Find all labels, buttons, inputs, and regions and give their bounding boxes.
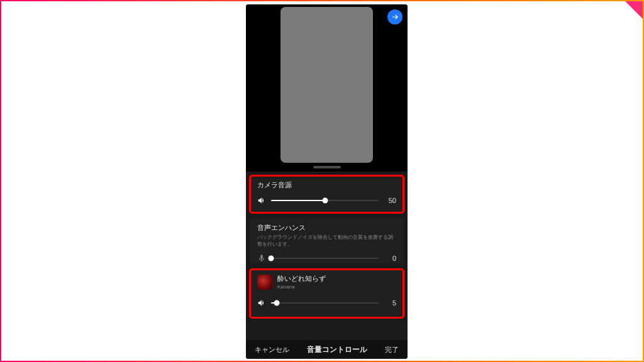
voice-enhance-title: 音声エンハンス [257, 223, 396, 233]
music-artist: Kanaria [277, 284, 326, 290]
sheet-grabber[interactable] [313, 166, 341, 168]
music-cover [257, 275, 272, 290]
music-audio-value: 5 [384, 299, 396, 307]
mic-sparkle-icon [257, 254, 266, 263]
voice-enhance-desc: バックグラウンドノイズを除去して動画の音質を改善する調整を行います。 [257, 234, 396, 248]
camera-audio-panel: カメラ音源 50 [250, 175, 404, 213]
bottom-toolbar: キャンセル 音量コントロール 完了 [246, 340, 408, 359]
voice-enhance-slider[interactable] [271, 254, 379, 263]
camera-audio-title: カメラ音源 [257, 180, 396, 190]
video-preview-area [246, 4, 408, 178]
sheet-title: 音量コントロール [307, 345, 367, 354]
music-audio-slider[interactable] [271, 299, 379, 307]
cancel-button[interactable]: キャンセル [255, 345, 289, 354]
voice-enhance-panel: 音声エンハンス バックグラウンドノイズを除去して動画の音質を改善する調整を行いま… [250, 218, 404, 263]
video-preview[interactable] [280, 7, 373, 163]
volume-sheet: カメラ音源 50 音声エンハンス バックグラウンドノイズを除去して動画の音質を改… [246, 172, 408, 340]
music-audio-panel: 酔いどれ知らず Kanaria 5 [250, 269, 404, 318]
volume-icon [257, 196, 266, 205]
music-title: 酔いどれ知らず [277, 274, 326, 283]
phone-frame: カメラ音源 50 音声エンハンス バックグラウンドノイズを除去して動画の音質を改… [246, 4, 408, 359]
arrow-right-icon [391, 13, 399, 21]
volume-icon [257, 299, 266, 307]
next-button[interactable] [387, 9, 402, 25]
camera-audio-value: 50 [384, 197, 396, 204]
done-button[interactable]: 完了 [385, 345, 399, 354]
camera-audio-slider[interactable] [271, 196, 379, 205]
voice-enhance-value: 0 [384, 255, 396, 262]
decorative-corner [625, 1, 643, 19]
